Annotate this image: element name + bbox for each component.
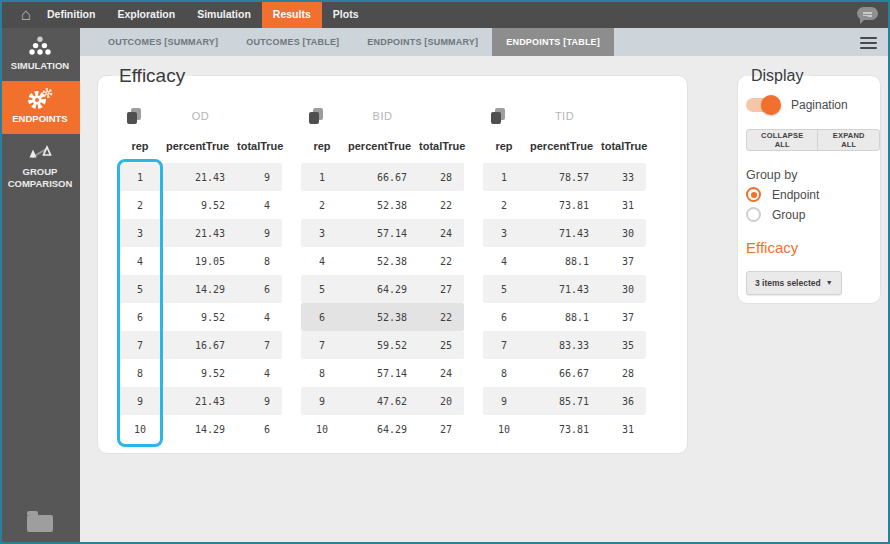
table-row[interactable]: 857.1424 bbox=[301, 359, 464, 387]
home-icon[interactable]: ⌂ bbox=[16, 6, 36, 23]
column-header[interactable]: percentTrue bbox=[525, 140, 601, 158]
sidebar-item-simulation[interactable]: SIMULATION bbox=[0, 28, 80, 81]
table-cell: 47.62 bbox=[343, 396, 419, 407]
table-row[interactable]: 1014.296 bbox=[119, 415, 282, 443]
table-cell: 7 bbox=[301, 340, 343, 351]
table-cell: 21.43 bbox=[161, 228, 237, 239]
column-header[interactable]: totalTrue bbox=[237, 140, 282, 158]
table-row[interactable]: 716.677 bbox=[119, 331, 282, 359]
top-nav: ⌂ Definition Exploration Simulation Resu… bbox=[0, 0, 890, 28]
table-cell: 37 bbox=[601, 256, 646, 267]
sidebar-item-endpoints[interactable]: ENDPOINTS bbox=[0, 81, 80, 134]
table-cell: 9.52 bbox=[161, 312, 237, 323]
items-selected-dropdown[interactable]: 3 items selected ▼ bbox=[746, 271, 842, 295]
radio-option-endpoint[interactable]: Endpoint bbox=[746, 187, 880, 202]
table-row[interactable]: 514.296 bbox=[119, 275, 282, 303]
table-cell: 30 bbox=[601, 228, 646, 239]
table-header-row: OD bbox=[119, 104, 282, 128]
column-header[interactable]: rep bbox=[301, 140, 343, 158]
column-header[interactable]: rep bbox=[483, 140, 525, 158]
table-row[interactable]: 866.6728 bbox=[483, 359, 646, 387]
sidebar-item-label: GROUP COMPARISON bbox=[2, 166, 78, 190]
table-cell: 24 bbox=[419, 368, 464, 379]
table-cell: 31 bbox=[601, 424, 646, 435]
table-column-headers: reppercentTruetotalTrue bbox=[301, 140, 464, 158]
radio-button-unselected[interactable] bbox=[746, 207, 761, 222]
table-row[interactable]: 121.439 bbox=[119, 163, 282, 191]
expand-all-button[interactable]: EXPAND ALL bbox=[817, 129, 880, 151]
column-header[interactable]: percentTrue bbox=[343, 140, 419, 158]
table-body: 121.43929.524321.439419.058514.29669.524… bbox=[119, 163, 282, 443]
table-row[interactable]: 29.524 bbox=[119, 191, 282, 219]
table-row[interactable]: 419.058 bbox=[119, 247, 282, 275]
column-header[interactable]: percentTrue bbox=[161, 140, 237, 158]
table-row[interactable]: 759.5225 bbox=[301, 331, 464, 359]
table-cell: 6 bbox=[483, 312, 525, 323]
table-row[interactable]: 1073.8131 bbox=[483, 415, 646, 443]
table-cell: 83.33 bbox=[525, 340, 601, 351]
table-row[interactable]: 89.524 bbox=[119, 359, 282, 387]
table-cell: 10 bbox=[301, 424, 343, 435]
radio-label: Group bbox=[772, 208, 805, 222]
display-panel-title: Display bbox=[744, 64, 810, 88]
table-cell: 22 bbox=[419, 200, 464, 211]
subtab-outcomes-summary[interactable]: OUTCOMES [SUMMARY] bbox=[94, 28, 232, 56]
subtab-endpoints-table[interactable]: ENDPOINTS [TABLE] bbox=[492, 28, 614, 56]
table-row[interactable]: 452.3822 bbox=[301, 247, 464, 275]
table-row[interactable]: 947.6220 bbox=[301, 387, 464, 415]
radio-option-group[interactable]: Group bbox=[746, 207, 880, 222]
table-row[interactable]: 985.7136 bbox=[483, 387, 646, 415]
nav-tab-definition[interactable]: Definition bbox=[36, 0, 106, 28]
table-cell: 66.67 bbox=[525, 368, 601, 379]
table-row[interactable]: 357.1424 bbox=[301, 219, 464, 247]
folder-icon[interactable] bbox=[27, 515, 53, 532]
table-cell: 14.29 bbox=[161, 424, 237, 435]
table-header-row: TID bbox=[483, 104, 646, 128]
table-row[interactable]: 652.3822 bbox=[301, 303, 464, 331]
cluster-dots-icon bbox=[2, 35, 78, 57]
table-row[interactable]: 564.2927 bbox=[301, 275, 464, 303]
gears-icon bbox=[2, 88, 78, 110]
table-cell: 7 bbox=[237, 340, 282, 351]
table-cell: 71.43 bbox=[525, 228, 601, 239]
column-header[interactable]: totalTrue bbox=[419, 140, 464, 158]
table-cell: 52.38 bbox=[343, 200, 419, 211]
nav-tab-results[interactable]: Results bbox=[262, 0, 322, 28]
subtab-endpoints-summary[interactable]: ENDPOINTS [SUMMARY] bbox=[353, 28, 492, 56]
group-by-label: Group by bbox=[746, 168, 880, 182]
table-cell: 9 bbox=[483, 396, 525, 407]
table-cell: 27 bbox=[419, 424, 464, 435]
table-row[interactable]: 273.8131 bbox=[483, 191, 646, 219]
table-row[interactable]: 783.3335 bbox=[483, 331, 646, 359]
table-row[interactable]: 1064.2927 bbox=[301, 415, 464, 443]
chat-bubble-icon[interactable] bbox=[857, 7, 878, 20]
table-cell: 7 bbox=[483, 340, 525, 351]
table-row[interactable]: 166.6728 bbox=[301, 163, 464, 191]
column-header[interactable]: totalTrue bbox=[601, 140, 646, 158]
table-cell: 1 bbox=[483, 172, 525, 183]
table-row[interactable]: 178.5733 bbox=[483, 163, 646, 191]
table-label: TID bbox=[483, 110, 646, 122]
table-row[interactable]: 321.439 bbox=[119, 219, 282, 247]
nav-tab-plots[interactable]: Plots bbox=[322, 0, 370, 28]
subtab-outcomes-table[interactable]: OUTCOMES [TABLE] bbox=[232, 28, 353, 56]
sidebar-item-group-comparison[interactable]: GROUP COMPARISON bbox=[0, 134, 80, 199]
table-row[interactable]: 488.137 bbox=[483, 247, 646, 275]
pagination-toggle[interactable] bbox=[746, 98, 779, 112]
table-row[interactable]: 252.3822 bbox=[301, 191, 464, 219]
nav-tab-exploration[interactable]: Exploration bbox=[106, 0, 186, 28]
table-row[interactable]: 571.4330 bbox=[483, 275, 646, 303]
nav-tab-simulation[interactable]: Simulation bbox=[186, 0, 262, 28]
hamburger-menu-icon[interactable] bbox=[860, 37, 877, 52]
toggle-knob bbox=[761, 95, 781, 115]
table-row[interactable]: 69.524 bbox=[119, 303, 282, 331]
column-header[interactable]: rep bbox=[119, 140, 161, 158]
table-cell: 9 bbox=[237, 396, 282, 407]
collapse-all-button[interactable]: COLLAPSE ALL bbox=[746, 129, 818, 151]
table-row[interactable]: 371.4330 bbox=[483, 219, 646, 247]
table-row[interactable]: 921.439 bbox=[119, 387, 282, 415]
table-row[interactable]: 688.137 bbox=[483, 303, 646, 331]
radio-button-selected[interactable] bbox=[746, 187, 761, 202]
pagination-label: Pagination bbox=[791, 98, 848, 112]
table-cell: 9 bbox=[301, 396, 343, 407]
